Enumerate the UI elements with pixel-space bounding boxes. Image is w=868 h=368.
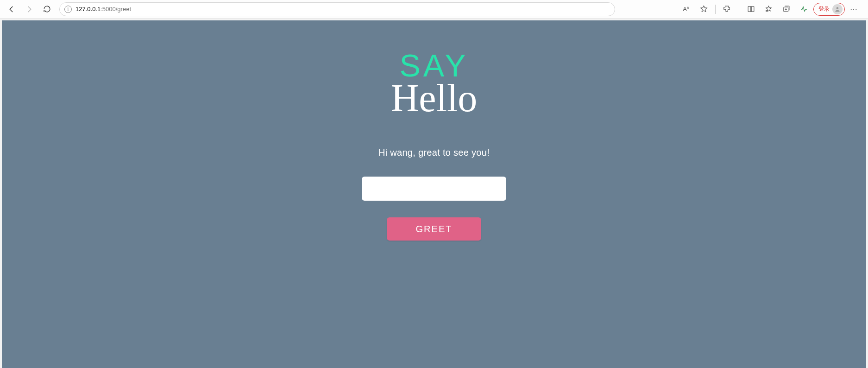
favorite-star-icon[interactable] xyxy=(696,2,711,16)
svg-point-3 xyxy=(837,7,839,9)
name-input[interactable] xyxy=(362,177,506,201)
title-bottom: Hello xyxy=(391,79,478,118)
login-button[interactable]: 登录 xyxy=(813,3,845,16)
greeting-text: Hi wang, great to see you! xyxy=(378,147,490,158)
favorites-list-icon[interactable] xyxy=(761,2,776,16)
url-path: :5000/greet xyxy=(101,6,131,13)
extensions-icon[interactable] xyxy=(719,2,735,16)
address-bar[interactable]: i 127.0.0.1:5000/greet xyxy=(59,2,615,16)
svg-rect-1 xyxy=(751,6,754,12)
toolbar-right: A٨ 登录 ⋯ xyxy=(678,2,863,16)
more-menu-button[interactable]: ⋯ xyxy=(847,5,861,13)
read-aloud-icon[interactable]: A٨ xyxy=(678,2,694,16)
forward-button[interactable] xyxy=(22,2,36,16)
collections-icon[interactable] xyxy=(778,2,794,16)
performance-icon[interactable] xyxy=(796,2,811,16)
back-button[interactable] xyxy=(5,2,19,16)
browser-toolbar: i 127.0.0.1:5000/greet A٨ 登录 xyxy=(0,0,868,19)
login-label: 登录 xyxy=(818,5,830,13)
svg-rect-0 xyxy=(748,6,751,12)
split-screen-icon[interactable] xyxy=(743,2,759,16)
url-host: 127.0.0.1 xyxy=(75,6,101,13)
site-info-icon[interactable]: i xyxy=(64,6,72,13)
page-content: SAY Hello Hi wang, great to see you! GRE… xyxy=(2,20,866,368)
refresh-button[interactable] xyxy=(40,2,54,16)
greet-button[interactable]: GREET xyxy=(387,217,481,241)
url-text: 127.0.0.1:5000/greet xyxy=(75,6,131,13)
avatar-icon xyxy=(832,4,843,14)
